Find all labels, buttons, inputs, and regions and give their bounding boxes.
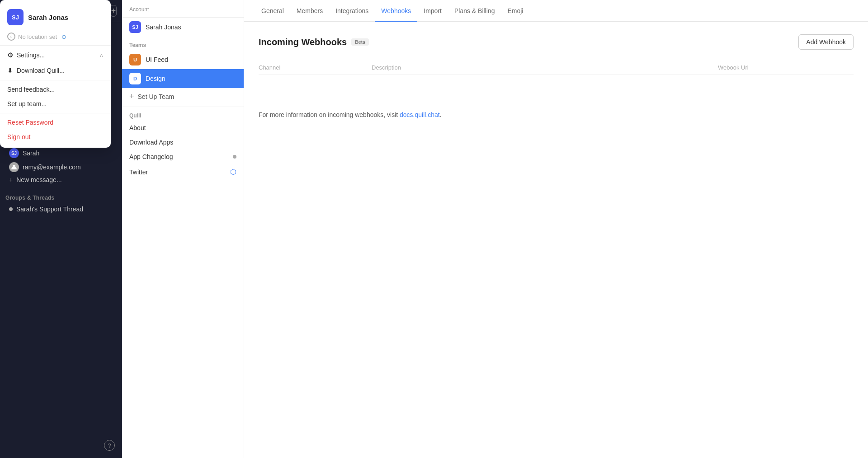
middle-user-name: Sarah Jonas	[146, 23, 181, 31]
info-text-prefix: For more information on incoming webhook…	[259, 111, 400, 118]
design-label-middle: Design	[146, 75, 165, 82]
help-icon[interactable]: ?	[104, 440, 115, 451]
col-channel: Channel	[259, 64, 372, 71]
sarah-avatar: SJ	[9, 148, 19, 158]
quill-item-download-apps[interactable]: Download Apps	[122, 135, 244, 150]
quill-item-twitter[interactable]: Twitter ⬡	[122, 164, 244, 180]
col-webhook-url: Webook Url	[718, 64, 854, 71]
beta-badge: Beta	[351, 38, 369, 46]
quill-section-title: Quill	[122, 112, 244, 119]
dropdown-location: ○ No location set ⊙	[0, 30, 111, 43]
location-edit-icon[interactable]: ⊙	[61, 33, 66, 40]
quill-item-about[interactable]: About	[122, 121, 244, 135]
sidebar-item-sarah[interactable]: SJ Sarah	[5, 146, 117, 160]
design-icon-middle: D	[129, 73, 141, 84]
ramy-label: ramy@example.com	[23, 164, 81, 171]
dropdown-set-up-team-item[interactable]: Set up team...	[0, 97, 111, 111]
groups-section: Groups & Threads Sarah's Support Thread	[0, 187, 122, 217]
dropdown-sign-out-item[interactable]: Sign out	[0, 130, 111, 144]
middle-user-row[interactable]: SJ Sarah Jonas	[122, 18, 244, 37]
middle-panel: Account SJ Sarah Jonas Teams U UI Feed D…	[122, 0, 244, 458]
download-apps-label: Download Apps	[129, 139, 173, 146]
dropdown-divider-1	[0, 45, 111, 46]
dropdown-send-feedback-item[interactable]: Send feedback...	[0, 82, 111, 97]
globe-icon: ○	[7, 33, 15, 41]
col-description: Description	[372, 64, 718, 71]
info-text: For more information on incoming webhook…	[259, 111, 854, 118]
main-body: Incoming Webhooks Beta Add Webhook Chann…	[244, 22, 868, 458]
tab-webhooks[interactable]: Webhooks	[375, 0, 417, 22]
add-button[interactable]: +	[110, 5, 117, 17]
set-up-team-label: Set Up Team	[138, 93, 175, 100]
account-dropdown: SJ Sarah Jonas ○ No location set ⊙ ⚙ Set…	[0, 0, 111, 148]
middle-item-ui-feed[interactable]: U UI Feed	[122, 50, 244, 69]
sidebar-item-ramy[interactable]: ramy@example.com	[5, 160, 117, 174]
support-thread-label: Sarah's Support Thread	[16, 206, 83, 213]
webhooks-heading: Incoming Webhooks	[259, 37, 347, 47]
add-webhook-button[interactable]: Add Webhook	[798, 34, 854, 50]
webhooks-table-header: Channel Description Webook Url	[259, 61, 854, 75]
info-text-suffix: .	[440, 111, 442, 118]
sidebar-item-support-thread[interactable]: Sarah's Support Thread	[5, 204, 117, 215]
dropdown-settings-item[interactable]: ⚙ Settings... ∧	[0, 47, 111, 63]
about-label: About	[129, 124, 146, 131]
tab-general[interactable]: General	[255, 0, 290, 22]
main-tabs: General Members Integrations Webhooks Im…	[244, 0, 868, 22]
sign-out-label: Sign out	[7, 133, 30, 140]
tab-import[interactable]: Import	[417, 0, 448, 22]
middle-header: Account	[122, 0, 244, 18]
docs-link[interactable]: docs.quill.chat	[400, 111, 440, 118]
middle-item-design[interactable]: D Design	[122, 69, 244, 88]
external-link-icon: ⬡	[230, 168, 236, 176]
plus-icon: +	[9, 176, 13, 183]
download-label: Download Quill...	[17, 67, 65, 74]
download-icon: ⬇	[7, 66, 13, 75]
ramy-avatar	[9, 162, 19, 172]
sarah-label: Sarah	[23, 150, 39, 157]
webhooks-title-row: Incoming Webhooks Beta Add Webhook	[259, 34, 854, 50]
send-feedback-label: Send feedback...	[7, 86, 55, 93]
new-message-item[interactable]: + New message...	[5, 174, 117, 185]
ui-feed-icon: U	[129, 54, 141, 65]
plus-team-icon: +	[129, 92, 134, 101]
settings-label: Settings...	[17, 51, 45, 59]
thread-dot	[9, 207, 13, 211]
dropdown-username: Sarah Jonas	[28, 14, 68, 21]
groups-section-title: Groups & Threads	[5, 195, 117, 201]
twitter-label: Twitter	[129, 168, 148, 176]
tab-plans-billing[interactable]: Plans & Billing	[448, 0, 501, 22]
dropdown-avatar: SJ	[7, 9, 24, 25]
dropdown-download-item[interactable]: ⬇ Download Quill...	[0, 63, 111, 78]
main-content: General Members Integrations Webhooks Im…	[244, 0, 868, 458]
dropdown-divider-3	[0, 113, 111, 113]
tab-members[interactable]: Members	[290, 0, 329, 22]
set-up-team-button[interactable]: + Set Up Team	[122, 88, 244, 105]
dropdown-divider-2	[0, 80, 111, 80]
dropdown-user-row: SJ Sarah Jonas	[0, 4, 111, 30]
new-message-label: New message...	[16, 176, 61, 183]
teams-section-title: Teams	[122, 42, 244, 48]
tab-integrations[interactable]: Integrations	[329, 0, 375, 22]
settings-chevron: ∧	[99, 52, 104, 58]
location-text: No location set	[18, 33, 57, 40]
help-button[interactable]: ?	[104, 440, 115, 451]
reset-password-label: Reset Password	[7, 119, 53, 126]
changelog-dot	[233, 155, 236, 159]
tab-emoji[interactable]: Emoji	[501, 0, 529, 22]
app-changelog-label: App Changelog	[129, 153, 173, 160]
quill-section: Quill About Download Apps App Changelog …	[122, 107, 244, 182]
middle-teams-section: Teams U UI Feed D Design + Set Up Team	[122, 37, 244, 107]
middle-user-avatar: SJ	[129, 21, 141, 33]
dropdown-reset-password-item[interactable]: Reset Password	[0, 115, 111, 130]
set-up-team-dropdown-label: Set up team...	[7, 100, 47, 107]
quill-item-app-changelog[interactable]: App Changelog	[122, 150, 244, 164]
settings-icon: ⚙	[7, 51, 13, 59]
ui-feed-label: UI Feed	[146, 56, 168, 63]
